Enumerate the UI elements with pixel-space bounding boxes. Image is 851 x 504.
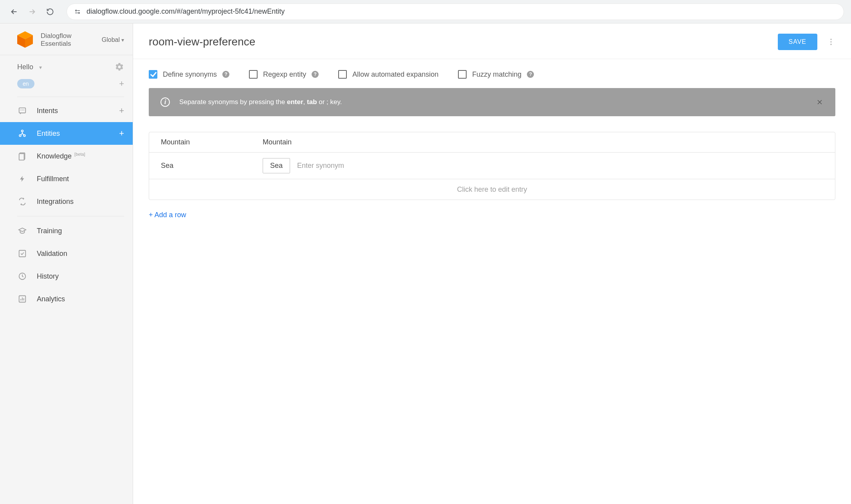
- sidebar-item-label: History: [37, 272, 59, 281]
- sidebar-item-history[interactable]: History: [0, 265, 133, 288]
- option-define-synonyms[interactable]: Define synonyms ?: [149, 70, 229, 79]
- synonym-item: Mountain: [263, 138, 292, 146]
- sidebar-item-label: Knowledge [beta]: [37, 152, 85, 160]
- checkbox[interactable]: [458, 70, 467, 79]
- dialogflow-logo-icon: [16, 31, 34, 49]
- help-icon[interactable]: ?: [527, 71, 534, 78]
- entity-row[interactable]: Mountain Mountain: [149, 132, 835, 153]
- entity-name[interactable]: room-view-preference: [149, 36, 255, 48]
- reload-button[interactable]: [43, 5, 57, 19]
- synonym-input[interactable]: [297, 162, 383, 170]
- svg-point-2: [78, 12, 79, 13]
- product-line1: Dialogflow: [41, 32, 71, 40]
- add-entity-button[interactable]: +: [119, 128, 124, 139]
- fulfillment-icon: [17, 174, 27, 184]
- svg-point-0: [76, 10, 77, 11]
- sidebar-nav: Intents + Entities + Knowledge [beta]: [0, 99, 133, 310]
- entity-header: room-view-preference SAVE: [133, 23, 851, 59]
- sidebar-item-label: Entities: [37, 130, 60, 138]
- help-icon[interactable]: ?: [312, 71, 319, 78]
- agent-dropdown[interactable]: Hello: [17, 63, 42, 71]
- sidebar-item-label: Fulfillment: [37, 175, 69, 183]
- back-button[interactable]: [7, 5, 21, 19]
- reload-icon: [46, 8, 54, 16]
- option-label: Regexp entity: [263, 70, 306, 79]
- entities-icon: [17, 128, 27, 139]
- more-vertical-icon: [827, 38, 835, 46]
- entity-table: Mountain Mountain Sea Sea Click here to …: [149, 132, 835, 200]
- sidebar-item-label: Validation: [37, 250, 67, 258]
- gear-icon: [115, 62, 124, 72]
- beta-badge: [beta]: [74, 152, 85, 157]
- entity-more-button[interactable]: [827, 38, 835, 46]
- product-name: Dialogflow Essentials: [41, 32, 71, 48]
- intents-icon: [17, 106, 27, 116]
- option-label: Define synonyms: [163, 70, 217, 79]
- history-icon: [17, 271, 27, 281]
- arrow-right-icon: [28, 7, 36, 16]
- info-banner: i Separate synonyms by pressing the ente…: [149, 88, 835, 116]
- knowledge-icon: [17, 151, 27, 161]
- synonym-chip[interactable]: Sea: [263, 158, 290, 173]
- svg-point-16: [830, 39, 832, 40]
- url-text: dialogflow.cloud.google.com/#/agent/mypr…: [87, 7, 285, 16]
- option-label: Allow automated expansion: [352, 70, 438, 79]
- svg-rect-13: [19, 250, 26, 257]
- site-settings-icon[interactable]: [74, 8, 81, 15]
- option-auto-expansion[interactable]: Allow automated expansion: [338, 70, 438, 79]
- svg-point-18: [830, 44, 832, 45]
- svg-point-8: [22, 130, 23, 132]
- sidebar-item-entities[interactable]: Entities +: [0, 122, 133, 145]
- checkbox[interactable]: [338, 70, 347, 79]
- region-selector[interactable]: Global: [102, 36, 124, 43]
- sidebar: Dialogflow Essentials Global Hello en +: [0, 23, 133, 504]
- option-fuzzy-matching[interactable]: Fuzzy matching ?: [458, 70, 534, 79]
- sidebar-item-training[interactable]: Training: [0, 220, 133, 242]
- agent-selector-row: Hello: [0, 55, 133, 76]
- analytics-icon: [17, 294, 27, 304]
- close-icon: [816, 98, 824, 106]
- sidebar-item-validation[interactable]: Validation: [0, 242, 133, 265]
- forward-button: [25, 5, 39, 19]
- checkbox[interactable]: [149, 70, 157, 79]
- language-row: en +: [0, 76, 133, 94]
- close-banner-button[interactable]: [816, 98, 824, 106]
- sidebar-item-integrations[interactable]: Integrations: [0, 190, 133, 213]
- url-bar[interactable]: dialogflow.cloud.google.com/#/agent/mypr…: [67, 4, 844, 20]
- sidebar-item-analytics[interactable]: Analytics: [0, 288, 133, 310]
- checkbox[interactable]: [249, 70, 258, 79]
- banner-text: Separate synonyms by pressing the enter,…: [179, 98, 342, 106]
- validation-icon: [17, 248, 27, 259]
- option-label: Fuzzy matching: [472, 70, 521, 79]
- sidebar-item-label: Analytics: [37, 295, 65, 303]
- sidebar-item-label: Integrations: [37, 198, 74, 206]
- entity-options: Define synonyms ? Regexp entity ? Allow …: [133, 59, 851, 88]
- training-icon: [17, 226, 27, 236]
- sidebar-item-knowledge[interactable]: Knowledge [beta]: [0, 145, 133, 167]
- add-language-button[interactable]: +: [119, 79, 124, 89]
- language-pill[interactable]: en: [17, 79, 34, 88]
- entity-synonyms[interactable]: Sea: [263, 158, 823, 173]
- agent-settings-button[interactable]: [115, 62, 124, 72]
- arrow-left-icon: [10, 7, 18, 16]
- entity-value[interactable]: Sea: [161, 162, 263, 170]
- entity-value[interactable]: Mountain: [161, 138, 263, 146]
- add-row-link[interactable]: + Add a row: [149, 211, 186, 219]
- browser-chrome: dialogflow.cloud.google.com/#/agent/mypr…: [0, 0, 851, 23]
- svg-rect-12: [19, 154, 24, 160]
- info-icon: i: [160, 97, 170, 107]
- option-regexp[interactable]: Regexp entity ?: [249, 70, 319, 79]
- entity-row[interactable]: Sea Sea: [149, 153, 835, 179]
- sidebar-item-fulfillment[interactable]: Fulfillment: [0, 167, 133, 190]
- entity-empty-row[interactable]: Click here to edit entry: [149, 179, 835, 200]
- sidebar-item-label: Intents: [37, 107, 58, 115]
- sidebar-item-intents[interactable]: Intents +: [0, 99, 133, 122]
- product-line2: Essentials: [41, 40, 71, 48]
- logo-row: Dialogflow Essentials Global: [0, 23, 133, 55]
- entity-synonyms[interactable]: Mountain: [263, 138, 823, 146]
- help-icon[interactable]: ?: [222, 71, 229, 78]
- add-intent-button[interactable]: +: [119, 106, 124, 116]
- save-button[interactable]: SAVE: [778, 34, 818, 50]
- integrations-icon: [17, 196, 27, 207]
- svg-point-17: [830, 41, 832, 43]
